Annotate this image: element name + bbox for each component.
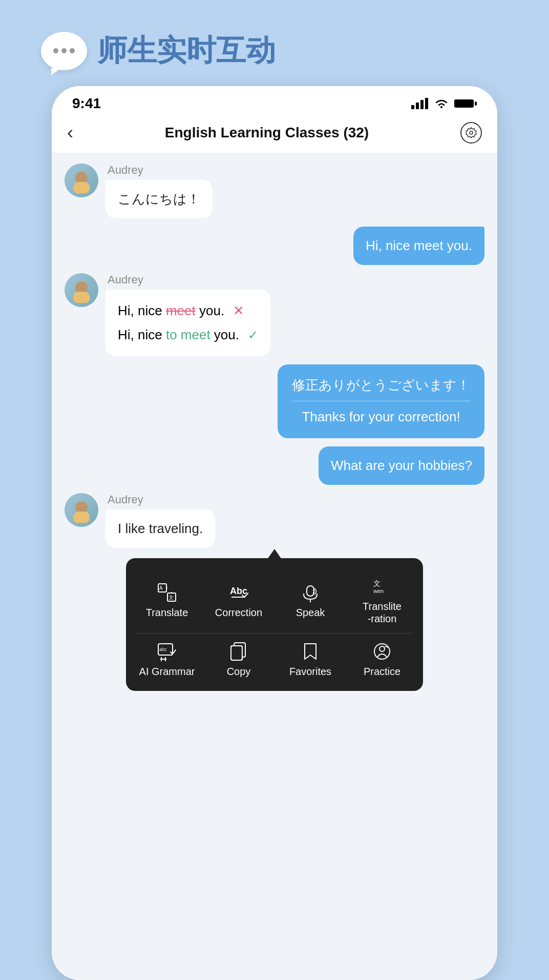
copy-label: Copy bbox=[227, 665, 251, 678]
practice-label: Practice bbox=[364, 665, 400, 678]
settings-button[interactable] bbox=[460, 122, 482, 144]
menu-item-transliteration[interactable]: 文 wen Translite -ration bbox=[346, 568, 418, 633]
svg-rect-5 bbox=[454, 99, 474, 108]
menu-item-speak[interactable]: Speak bbox=[274, 568, 346, 633]
avatar-image bbox=[65, 493, 98, 527]
menu-item-correction[interactable]: Abc Correction bbox=[203, 568, 274, 633]
ai-grammar-icon: abc bbox=[157, 642, 177, 661]
phone-frame: 9:41 ‹ English Lear bbox=[52, 86, 497, 980]
message-bubble: What are your hobbies? bbox=[319, 446, 484, 485]
svg-rect-2 bbox=[420, 100, 424, 109]
correction-icon: Abc bbox=[229, 583, 248, 602]
correction-label: Correction bbox=[215, 606, 262, 619]
svg-rect-6 bbox=[475, 101, 477, 106]
svg-rect-0 bbox=[411, 105, 414, 109]
message-row: Hi, nice meet you. bbox=[65, 227, 484, 265]
speak-label: Speak bbox=[296, 606, 325, 619]
avatar-svg bbox=[69, 497, 94, 523]
sender-name: Audrey bbox=[108, 164, 213, 177]
message-row: Audrey I like traveling. bbox=[65, 493, 484, 548]
svg-point-36 bbox=[379, 646, 385, 651]
correction-bubble: Hi, nice meet you. ✕ Hi, nice to meet yo… bbox=[105, 290, 270, 356]
svg-point-8 bbox=[470, 131, 473, 134]
menu-item-ai-grammar[interactable]: abc AI Grammar bbox=[131, 634, 203, 686]
copy-icon bbox=[229, 642, 248, 661]
svg-point-4 bbox=[440, 106, 442, 108]
message-column: Audrey Hi, nice meet you. ✕ Hi, nice to … bbox=[105, 273, 270, 356]
message-row: What are your hobbies? bbox=[65, 446, 484, 485]
bubble-text-en: Thanks for your correction! bbox=[292, 406, 470, 428]
strikethrough-text: meet bbox=[166, 303, 196, 318]
chat-area: Audrey こんにちは！ Hi, nice meet you. Audrey bbox=[52, 153, 497, 980]
message-column: Audrey I like traveling. bbox=[105, 493, 215, 548]
favorites-label: Favorites bbox=[289, 665, 331, 678]
svg-rect-33 bbox=[231, 646, 242, 660]
ai-grammar-label: AI Grammar bbox=[139, 665, 195, 678]
back-button[interactable]: ‹ bbox=[67, 122, 73, 144]
svg-rect-1 bbox=[416, 103, 419, 109]
chat-title: English Learning Classes (32) bbox=[165, 125, 369, 141]
svg-marker-7 bbox=[466, 128, 476, 138]
translate-label: Translate bbox=[146, 606, 188, 619]
context-menu: A 文 Translate Abc bbox=[126, 558, 423, 691]
message-bubble: Hi, nice meet you. bbox=[353, 227, 484, 265]
menu-item-copy[interactable]: Copy bbox=[203, 634, 274, 686]
dots-icon bbox=[53, 48, 75, 53]
settings-icon bbox=[466, 127, 477, 138]
header-section: 师生实时互动 bbox=[0, 0, 549, 86]
message-row: 修正ありがとうございます！ Thanks for your correction… bbox=[65, 364, 484, 438]
sender-name: Audrey bbox=[108, 493, 215, 506]
message-bubble-double: 修正ありがとうございます！ Thanks for your correction… bbox=[278, 364, 484, 438]
svg-rect-17 bbox=[73, 512, 90, 523]
svg-text:abc: abc bbox=[159, 647, 167, 652]
practice-icon bbox=[372, 642, 392, 661]
x-icon: ✕ bbox=[233, 303, 244, 318]
sender-name: Audrey bbox=[108, 273, 270, 287]
context-arrow bbox=[267, 549, 282, 559]
signal-icon bbox=[411, 98, 429, 109]
avatar-image bbox=[65, 164, 98, 197]
favorites-icon bbox=[301, 642, 320, 661]
bubble-text-jp: 修正ありがとうございます！ bbox=[292, 375, 470, 396]
avatar bbox=[65, 164, 98, 197]
svg-text:文: 文 bbox=[373, 579, 381, 587]
menu-item-translate[interactable]: A 文 Translate bbox=[131, 568, 203, 633]
message-row: Audrey こんにちは！ bbox=[65, 164, 484, 218]
menu-grid-row2: abc AI Grammar bbox=[131, 634, 418, 686]
status-bar: 9:41 bbox=[52, 86, 497, 117]
translate-icon: A 文 bbox=[157, 583, 177, 602]
svg-rect-11 bbox=[73, 182, 90, 193]
wifi-icon bbox=[434, 98, 449, 109]
check-icon: ✓ bbox=[248, 328, 258, 342]
status-icons bbox=[411, 98, 477, 109]
menu-grid-row1: A 文 Translate Abc bbox=[131, 568, 418, 633]
nav-bar: ‹ English Learning Classes (32) bbox=[52, 117, 497, 153]
avatar bbox=[65, 273, 98, 307]
correct-text: to meet bbox=[166, 327, 210, 342]
battery-icon bbox=[454, 98, 477, 109]
status-time: 9:41 bbox=[72, 95, 101, 112]
correct-line: Hi, nice to meet you. ✓ bbox=[118, 323, 258, 347]
svg-text:wen: wen bbox=[373, 588, 384, 594]
speak-icon bbox=[301, 583, 320, 602]
menu-item-favorites[interactable]: Favorites bbox=[274, 634, 346, 686]
avatar-svg bbox=[69, 168, 94, 193]
menu-item-practice[interactable]: Practice bbox=[346, 634, 418, 686]
chat-bubble-icon bbox=[41, 32, 87, 70]
svg-text:A: A bbox=[159, 585, 163, 591]
message-bubble: こんにちは！ bbox=[105, 180, 213, 218]
svg-rect-3 bbox=[425, 98, 428, 109]
transliteration-label: Translite -ration bbox=[363, 600, 402, 625]
bubble-divider bbox=[292, 401, 470, 401]
message-column: Audrey こんにちは！ bbox=[105, 164, 213, 218]
svg-rect-14 bbox=[73, 292, 90, 303]
svg-rect-23 bbox=[307, 586, 314, 596]
svg-text:Abc: Abc bbox=[230, 586, 247, 596]
avatar-image bbox=[65, 273, 98, 307]
wrong-line: Hi, nice meet you. ✕ bbox=[118, 299, 258, 323]
message-row: Audrey Hi, nice meet you. ✕ Hi, nice to … bbox=[65, 273, 484, 356]
context-menu-wrapper: A 文 Translate Abc bbox=[65, 558, 484, 691]
avatar bbox=[65, 493, 98, 527]
svg-text:文: 文 bbox=[168, 595, 174, 600]
page-title: 师生实时互动 bbox=[97, 31, 276, 71]
